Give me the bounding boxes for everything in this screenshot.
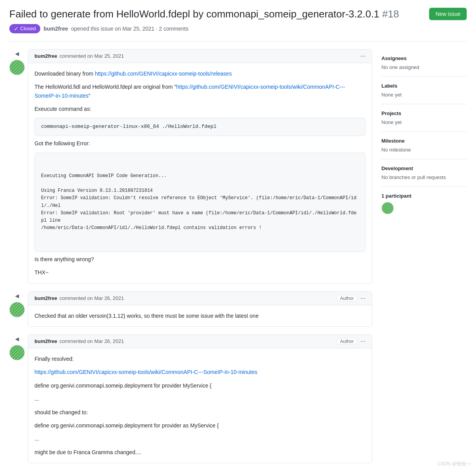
- comment-body: Finally resolved: https://github.com/GEN…: [28, 348, 372, 463]
- comment-header: bum2free commented on Mar 26, 2021 Autho…: [28, 292, 372, 305]
- comment-header-right: ···: [360, 53, 366, 60]
- avatar: [9, 345, 25, 360]
- comment-header: bum2free commented on Mar 26, 2021 Autho…: [28, 335, 372, 348]
- options-menu[interactable]: ···: [360, 53, 366, 60]
- comment-block: ◀ bum2free commented on Mar 26, 2021 Aut…: [9, 291, 372, 327]
- comment-body: Checked that an older versoin(3.1.12) wo…: [28, 305, 372, 326]
- collapse-button[interactable]: ◀: [14, 334, 21, 343]
- avatar: [9, 60, 25, 75]
- comment-header-right: Author ···: [336, 338, 366, 345]
- comment-header-left: bum2free commented on Mar 26, 2021: [34, 295, 124, 301]
- author-badge: Author: [336, 338, 357, 345]
- link-releases[interactable]: https://github.com/GENIVI/capicxx-someip…: [95, 71, 232, 77]
- sidebar: Assignees No one assigned Labels None ye…: [381, 49, 467, 472]
- issue-meta: ✓ Closed bum2free opened this issue on M…: [9, 24, 467, 33]
- sidebar-labels: Labels None yet: [381, 77, 467, 104]
- sidebar-assignees: Assignees No one assigned: [381, 49, 467, 77]
- sidebar-development: Development No branches or pull requests: [381, 159, 467, 187]
- check-icon: ✓: [14, 26, 19, 32]
- comment-header: bum2free commented on Mar 25, 2021 ···: [28, 50, 372, 63]
- comment-body: Downloaded binary from https://github.co…: [28, 63, 372, 283]
- collapse-button[interactable]: ◀: [14, 49, 21, 58]
- command-block: commonapi-someip-generator-linux-x86_64 …: [34, 118, 366, 136]
- collapse-button[interactable]: ◀: [14, 291, 21, 300]
- new-issue-button[interactable]: New issue: [429, 8, 467, 20]
- comment-block: ◀ bum2free commented on Mar 26, 2021 Aut…: [9, 334, 372, 463]
- sidebar-milestone: Milestone No milestone: [381, 132, 467, 159]
- status-badge: ✓ Closed: [9, 24, 40, 33]
- options-menu[interactable]: ···: [360, 295, 366, 302]
- divider: [9, 41, 467, 41]
- main-content: ◀ bum2free commented on Mar 25, 2021 ···: [9, 49, 372, 472]
- comment-container: bum2free commented on Mar 26, 2021 Autho…: [28, 291, 372, 327]
- sidebar-projects: Projects None yet: [381, 104, 467, 132]
- issue-author: bum2free: [43, 26, 68, 32]
- comment-header-left: bum2free commented on Mar 26, 2021: [34, 338, 124, 344]
- comment-container: bum2free commented on Mar 25, 2021 ··· D…: [28, 49, 372, 284]
- issue-title: Failed to generate from HelloWorld.fdepl…: [9, 8, 423, 21]
- comment-block: ◀ bum2free commented on Mar 25, 2021 ···: [9, 49, 372, 284]
- error-block: Executing CommonAPI SomeIP Code Generati…: [34, 153, 366, 252]
- author-badge: Author: [336, 295, 357, 302]
- participant-avatar: [381, 202, 394, 214]
- sidebar-participants: 1 participant: [381, 187, 467, 222]
- link-resolved[interactable]: https://github.com/GENIVI/capicxx-someip…: [34, 369, 257, 375]
- comment-header-right: Author ···: [336, 295, 366, 302]
- comment-container: bum2free commented on Mar 26, 2021 Autho…: [28, 334, 372, 463]
- options-menu[interactable]: ···: [360, 338, 366, 345]
- watermark: CSDN @慢慢~~: [437, 461, 471, 467]
- avatar: [9, 302, 25, 317]
- issue-opened-text: opened this issue on Mar 25, 2021 · 2 co…: [71, 26, 189, 32]
- comment-header-left: bum2free commented on Mar 25, 2021: [34, 53, 124, 59]
